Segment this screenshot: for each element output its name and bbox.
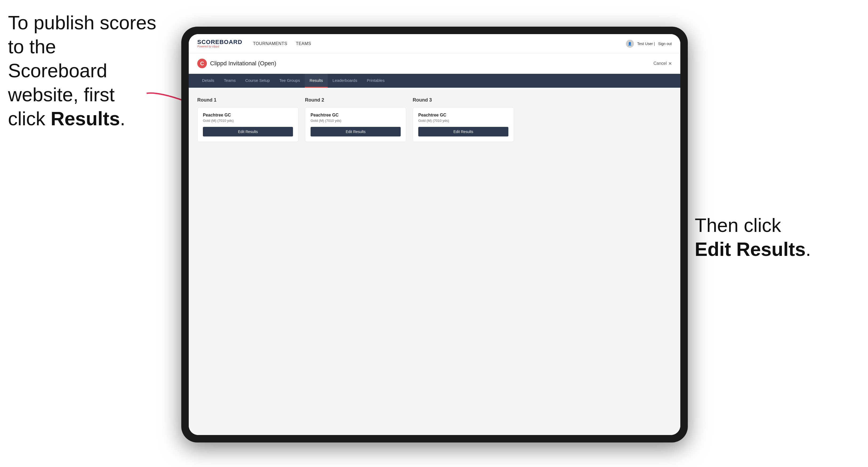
- cancel-label: Cancel: [653, 61, 667, 66]
- round-1-column: Round 1 Peachtree GC Gold (M) (7010 yds)…: [197, 97, 299, 142]
- instruction-right: Then click Edit Results.: [695, 213, 844, 261]
- tournament-icon: C: [197, 59, 207, 68]
- round-3-title: Round 3: [413, 97, 514, 103]
- sub-navigation: Details Teams Course Setup Tee Groups Re…: [189, 74, 680, 88]
- tablet-device: SCOREBOARD Powered by clippd TOURNAMENTS…: [181, 27, 688, 442]
- round-1-course-name: Peachtree GC: [203, 113, 293, 118]
- user-label: Test User |: [637, 41, 655, 46]
- instruction-line1: To publish scores: [8, 12, 156, 33]
- tab-printables[interactable]: Printables: [362, 74, 390, 88]
- round-2-card: Peachtree GC Gold (M) (7010 yds) Edit Re…: [305, 107, 406, 142]
- cancel-button[interactable]: Cancel ✕: [653, 61, 672, 66]
- instruction-right-suffix: .: [806, 239, 811, 260]
- sign-out-link[interactable]: Sign out: [658, 41, 672, 46]
- nav-tournaments[interactable]: TOURNAMENTS: [253, 40, 287, 47]
- rounds-container: Round 1 Peachtree GC Gold (M) (7010 yds)…: [197, 97, 672, 142]
- tablet-screen: SCOREBOARD Powered by clippd TOURNAMENTS…: [189, 34, 680, 435]
- round-3-card: Peachtree GC Gold (M) (7010 yds) Edit Re…: [413, 107, 514, 142]
- logo-area: SCOREBOARD Powered by clippd: [197, 39, 242, 48]
- round-1-course-details: Gold (M) (7010 yds): [203, 119, 293, 123]
- close-icon: ✕: [668, 61, 672, 66]
- round-2-edit-results-button[interactable]: Edit Results: [311, 127, 401, 136]
- instruction-edit-results-bold: Edit Results: [695, 239, 806, 260]
- round-1-edit-results-button[interactable]: Edit Results: [203, 127, 293, 136]
- top-navigation: SCOREBOARD Powered by clippd TOURNAMENTS…: [189, 34, 680, 53]
- round-3-course-name: Peachtree GC: [418, 113, 508, 118]
- instruction-left: To publish scores to the Scoreboard webs…: [8, 11, 157, 131]
- tab-teams[interactable]: Teams: [219, 74, 241, 88]
- round-3-column: Round 3 Peachtree GC Gold (M) (7010 yds)…: [413, 97, 514, 142]
- instruction-results-bold: Results: [51, 108, 120, 129]
- round-2-column: Round 2 Peachtree GC Gold (M) (7010 yds)…: [305, 97, 406, 142]
- instruction-line3: website, first: [8, 84, 115, 105]
- nav-links: TOURNAMENTS TEAMS: [253, 40, 626, 47]
- round-2-title: Round 2: [305, 97, 406, 103]
- round-3-course-details: Gold (M) (7010 yds): [418, 119, 508, 123]
- round-2-course-details: Gold (M) (7010 yds): [311, 119, 401, 123]
- tab-leaderboards[interactable]: Leaderboards: [328, 74, 362, 88]
- instruction-line4-suffix: .: [120, 108, 125, 129]
- round-1-title: Round 1: [197, 97, 299, 103]
- round-3-edit-results-button[interactable]: Edit Results: [418, 127, 508, 136]
- tournament-name: Clippd Invitational (Open): [210, 60, 653, 67]
- main-content: Round 1 Peachtree GC Gold (M) (7010 yds)…: [189, 88, 680, 435]
- round-2-course-name: Peachtree GC: [311, 113, 401, 118]
- tab-results[interactable]: Results: [305, 74, 328, 88]
- logo-subtext: Powered by clippd: [197, 45, 242, 48]
- user-avatar-icon: 👤: [626, 40, 634, 48]
- instruction-line2: to the Scoreboard: [8, 36, 107, 81]
- instruction-line4-prefix: click: [8, 108, 51, 129]
- user-area: 👤 Test User | Sign out: [626, 40, 672, 48]
- tab-course-setup[interactable]: Course Setup: [241, 74, 275, 88]
- round-1-card: Peachtree GC Gold (M) (7010 yds) Edit Re…: [197, 107, 299, 142]
- nav-teams[interactable]: TEAMS: [296, 40, 311, 47]
- instruction-then-click: Then click: [695, 215, 781, 236]
- app-content: SCOREBOARD Powered by clippd TOURNAMENTS…: [189, 34, 680, 435]
- tab-tee-groups[interactable]: Tee Groups: [275, 74, 305, 88]
- tab-details[interactable]: Details: [197, 74, 219, 88]
- logo-text: SCOREBOARD: [197, 39, 242, 45]
- tournament-header: C Clippd Invitational (Open) Cancel ✕: [189, 53, 680, 74]
